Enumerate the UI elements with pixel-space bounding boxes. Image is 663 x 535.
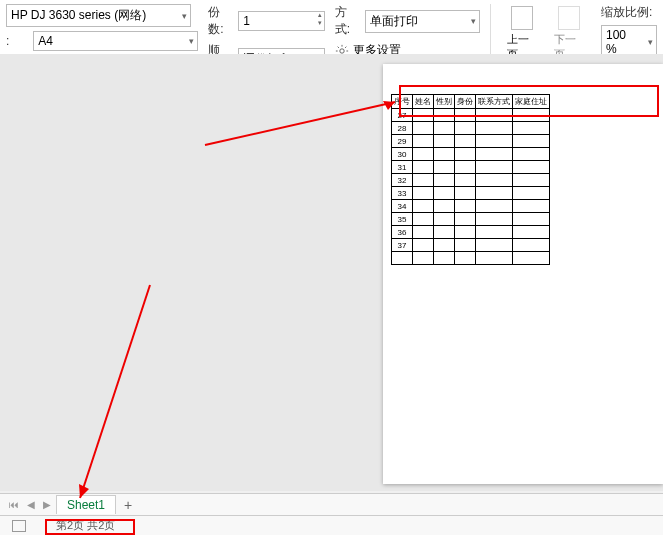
printer-select[interactable]: HP DJ 3630 series (网络)	[6, 4, 191, 27]
next-page-icon	[558, 6, 580, 30]
tab-nav-prev[interactable]: ◀	[24, 499, 38, 510]
table-header: 序号	[392, 95, 413, 109]
table-row: 34	[392, 200, 550, 213]
table-header: 联系方式	[476, 95, 513, 109]
sheet-tabs-bar: ⏮ ◀ ▶ Sheet1 +	[0, 493, 663, 515]
tab-nav-next[interactable]: ▶	[40, 499, 54, 510]
table-row: 32	[392, 174, 550, 187]
table-row: 35	[392, 213, 550, 226]
paper-select[interactable]: A4	[33, 31, 198, 51]
sheet-tab[interactable]: Sheet1	[56, 495, 116, 514]
table-row: 30	[392, 148, 550, 161]
table-header: 性别	[434, 95, 455, 109]
status-bar: 第2页 共2页	[0, 515, 663, 535]
zoom-label: 缩放比例:	[601, 4, 652, 21]
table-row: 29	[392, 135, 550, 148]
add-sheet-button[interactable]: +	[118, 497, 138, 513]
prev-page-icon	[511, 6, 533, 30]
preview-table: 序号姓名性别身份联系方式家庭住址 2728293031323334353637	[391, 94, 550, 265]
tab-nav-first[interactable]: ⏮	[6, 499, 22, 510]
page-preview: 序号姓名性别身份联系方式家庭住址 2728293031323334353637	[383, 64, 663, 484]
table-row: 33	[392, 187, 550, 200]
svg-point-0	[340, 48, 344, 52]
table-row: 27	[392, 109, 550, 122]
table-row: 28	[392, 122, 550, 135]
table-header: 家庭住址	[513, 95, 550, 109]
table-row	[392, 252, 550, 265]
table-header: 身份	[455, 95, 476, 109]
status-icon	[12, 520, 26, 532]
table-row: 37	[392, 239, 550, 252]
mode-label: 方式:	[335, 4, 361, 38]
copies-input[interactable]: 1	[238, 11, 324, 31]
mode-select[interactable]: 单面打印	[365, 10, 480, 33]
paper-label-colon: :	[6, 34, 9, 48]
page-status: 第2页 共2页	[56, 518, 115, 533]
table-row: 36	[392, 226, 550, 239]
table-header: 姓名	[413, 95, 434, 109]
copies-label: 份数:	[208, 4, 234, 38]
table-row: 31	[392, 161, 550, 174]
preview-area: 序号姓名性别身份联系方式家庭住址 2728293031323334353637	[0, 54, 663, 491]
